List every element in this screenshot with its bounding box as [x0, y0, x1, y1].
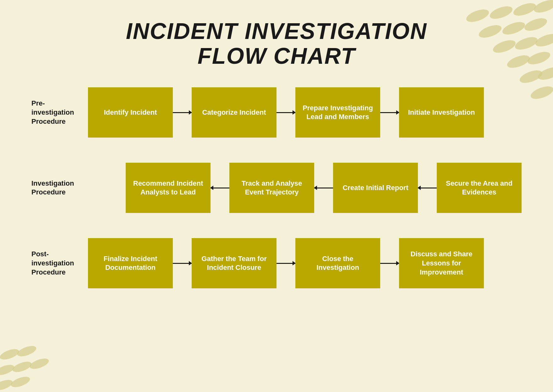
box-gather-team: Gather the Team for Incident Closure: [192, 238, 276, 288]
svg-point-15: [0, 347, 20, 362]
svg-point-9: [534, 31, 553, 49]
label-pre-investigation: Pre-investigation Procedure: [31, 99, 88, 126]
svg-point-13: [536, 65, 553, 82]
svg-point-1: [488, 4, 514, 21]
svg-point-17: [0, 363, 16, 377]
page-background: INCIDENT INVESTIGATION FLOW CHART Pre-in…: [0, 0, 553, 392]
decorative-ellipses-bottom-left: [0, 335, 69, 392]
svg-point-11: [526, 49, 552, 67]
connector-3-1: [173, 263, 192, 264]
box-initiate-investigation: Initiate Investigation: [399, 87, 484, 138]
label-post-investigation: Post-investigation Procedure: [31, 250, 88, 277]
box-track-analyse: Track and Analyse Event Trajectory: [229, 163, 314, 213]
row1-boxes: Identify Incident Categorize Incident Pr…: [88, 87, 522, 138]
svg-point-16: [16, 344, 37, 358]
svg-point-6: [523, 16, 549, 33]
box-recommend-analysts: Recommend Incident Analysts to Lead: [126, 163, 211, 213]
connector-1-1: [173, 112, 192, 113]
svg-point-19: [28, 357, 50, 371]
box-identify-incident: Identify Incident: [88, 87, 173, 138]
svg-point-21: [9, 375, 31, 389]
connector-3-2: [276, 263, 295, 264]
svg-point-0: [465, 7, 490, 24]
connector-1-2: [276, 112, 295, 113]
svg-point-20: [0, 378, 14, 392]
box-secure-area: Secure the Area and Evidences: [437, 163, 522, 213]
connector-2-3: [211, 188, 229, 188]
connector-1-3: [380, 112, 399, 113]
box-discuss-lessons: Discuss and Share Lessons for Improvemen…: [399, 238, 484, 288]
connector-3-3: [380, 263, 399, 264]
svg-point-2: [512, 1, 538, 18]
svg-point-7: [491, 38, 517, 55]
title-area: INCIDENT INVESTIGATION FLOW CHART: [126, 19, 427, 68]
row2-boxes: Secure the Area and Evidences Create Ini…: [88, 163, 522, 213]
box-close-investigation: Close the Investigation: [295, 238, 380, 288]
row3-boxes: Finalize Incident Documentation Gather t…: [88, 238, 522, 288]
flowchart-container: Pre-investigation Procedure Identify Inc…: [31, 87, 522, 301]
row-pre-investigation: Pre-investigation Procedure Identify Inc…: [31, 87, 522, 138]
svg-point-5: [501, 19, 527, 37]
connector-2-2: [314, 188, 333, 188]
svg-point-8: [513, 35, 539, 52]
svg-point-4: [477, 23, 503, 40]
svg-point-14: [529, 84, 553, 101]
box-finalize-docs: Finalize Incident Documentation: [88, 238, 173, 288]
box-create-report: Create Initial Report: [333, 163, 418, 213]
svg-point-10: [506, 53, 531, 70]
svg-point-3: [532, 0, 553, 15]
row-investigation: Investigation Procedure Secure the Area …: [31, 163, 522, 213]
main-title: INCIDENT INVESTIGATION FLOW CHART: [126, 19, 427, 68]
connector-2-1: [418, 188, 437, 188]
box-categorize-incident: Categorize Incident: [192, 87, 276, 138]
row-post-investigation: Post-investigation Procedure Finalize In…: [31, 238, 522, 288]
box-prepare-lead: Prepare Investigating Lead and Members: [295, 87, 380, 138]
svg-point-12: [518, 68, 544, 85]
svg-point-18: [11, 360, 33, 374]
label-investigation: Investigation Procedure: [31, 179, 88, 197]
